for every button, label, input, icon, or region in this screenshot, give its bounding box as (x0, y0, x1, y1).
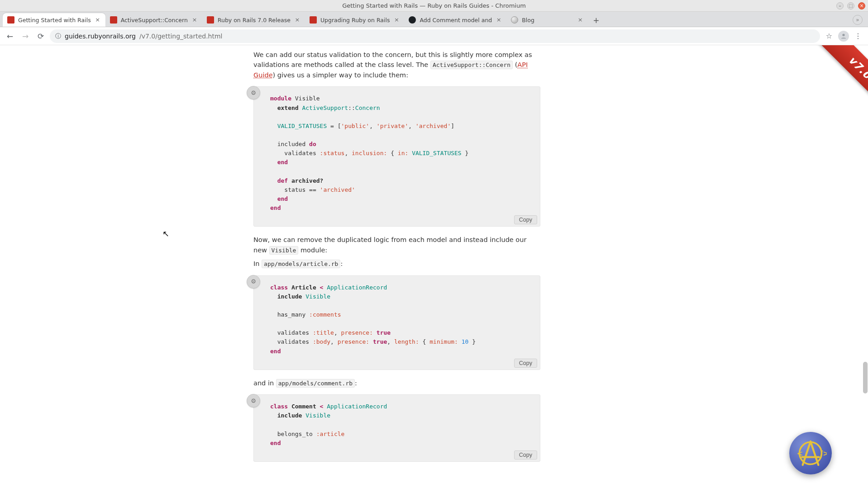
code: module Visible extend ActiveSupport::Con… (270, 94, 532, 213)
window-maximize-button[interactable]: ⬚ (847, 2, 854, 9)
window-minimize-button[interactable]: – (836, 2, 844, 9)
url-path: /v7.0/getting_started.html (139, 33, 223, 40)
tab-title: Getting Started with Rails (18, 17, 91, 24)
tab-close-button[interactable]: × (191, 17, 198, 23)
text: ) gives us a simpler way to include them… (273, 71, 409, 79)
rails-favicon-icon (7, 16, 14, 24)
tab-github-add-comment[interactable]: Add Comment model and × (404, 13, 506, 27)
github-favicon-icon (409, 16, 416, 24)
inline-code: app/models/comment.rb (276, 379, 355, 388)
inline-code: ActiveSupport::Concern (430, 61, 513, 69)
text: ( (513, 61, 517, 68)
address-bar[interactable]: ⓘ guides.rubyonrails.org/v7.0/getting_st… (50, 29, 820, 43)
rails-favicon-icon (110, 16, 117, 24)
window-titlebar: Getting Started with Rails — Ruby on Rai… (0, 0, 868, 12)
rails-favicon-icon (310, 16, 317, 24)
version-ribbon-label: v7.0.0 (808, 45, 868, 128)
svg-text:<: < (797, 449, 803, 458)
tab-getting-started[interactable]: Getting Started with Rails × (3, 13, 105, 27)
new-tab-button[interactable]: + (590, 14, 602, 27)
tab-close-button[interactable]: × (294, 17, 300, 23)
paragraph: Now, we can remove the duplicated logic … (253, 235, 540, 255)
copy-button[interactable]: Copy (514, 359, 537, 368)
mouse-cursor-icon: ↖ (162, 229, 169, 238)
site-info-icon[interactable]: ⓘ (55, 32, 61, 40)
text: : (355, 379, 357, 387)
gear-icon[interactable]: ⚙ (247, 275, 260, 289)
inline-code: Visible (269, 246, 299, 255)
code-block-visible-module: ⚙ module Visible extend ActiveSupport::C… (253, 86, 540, 227)
scrollbar-thumb[interactable] (863, 362, 868, 393)
paragraph: and in app/models/comment.rb: (253, 378, 540, 388)
paragraph: In app/models/article.rb: (253, 259, 540, 269)
article-body: We can add our status validation to the … (253, 45, 540, 488)
version-ribbon[interactable]: v7.0.0 (800, 45, 868, 113)
code: class Comment < ApplicationRecord includ… (270, 402, 532, 448)
gear-icon[interactable]: ⚙ (247, 394, 260, 407)
copy-button[interactable]: Copy (514, 450, 537, 460)
tab-blog[interactable]: Blog × (506, 13, 588, 27)
reload-button[interactable]: ⟳ (34, 30, 47, 43)
tab-title: Upgrading Ruby on Rails (320, 17, 390, 24)
tab-title: Add Comment model and (420, 17, 492, 24)
profile-avatar-button[interactable] (838, 31, 849, 42)
window-close-button[interactable]: × (858, 2, 865, 9)
floating-anarchy-button[interactable]: < /> (789, 432, 832, 474)
text: In (253, 260, 262, 267)
window-controls: – ⬚ × (836, 2, 865, 9)
rails-favicon-icon (207, 16, 214, 24)
inline-code: app/models/article.rb (262, 260, 340, 268)
tab-close-button[interactable]: × (496, 17, 502, 23)
forward-button[interactable]: → (19, 30, 32, 43)
tab-title: Blog (522, 17, 573, 24)
extensions-button[interactable]: » (853, 15, 863, 25)
text: module: (298, 246, 327, 254)
tab-rails-7-release[interactable]: Ruby on Rails 7.0 Release × (202, 13, 305, 27)
svg-text:/>: /> (820, 449, 827, 458)
kebab-menu-button[interactable]: ⋮ (852, 30, 864, 43)
paragraph: We can add our status validation to the … (253, 50, 540, 80)
tab-close-button[interactable]: × (577, 17, 583, 23)
tab-close-button[interactable]: × (393, 17, 400, 23)
text: : (340, 260, 343, 267)
code-block-comment-model: ⚙ class Comment < ApplicationRecord incl… (253, 394, 540, 462)
svg-point-0 (842, 33, 844, 36)
tab-strip: Getting Started with Rails × ActiveSuppo… (0, 12, 868, 27)
copy-button[interactable]: Copy (514, 215, 537, 224)
globe-favicon-icon (511, 16, 518, 24)
code-block-article-model: ⚙ class Article < ApplicationRecord incl… (253, 275, 540, 370)
code: class Article < ApplicationRecord includ… (270, 283, 532, 356)
tab-upgrading-rails[interactable]: Upgrading Ruby on Rails × (305, 13, 404, 27)
window-title: Getting Started with Rails — Ruby on Rai… (0, 2, 868, 9)
page-viewport: v7.0.0 We can add our status validation … (0, 45, 868, 488)
tab-title: Ruby on Rails 7.0 Release (218, 17, 291, 24)
tab-activesupport-concern[interactable]: ActiveSupport::Concern × (105, 13, 202, 27)
back-button[interactable]: ← (4, 30, 16, 43)
text: and in (253, 379, 276, 387)
tab-title: ActiveSupport::Concern (121, 17, 188, 24)
person-icon (840, 33, 847, 40)
browser-toolbar: ← → ⟳ ⓘ guides.rubyonrails.org/v7.0/gett… (0, 27, 868, 45)
bookmark-star-icon[interactable]: ☆ (823, 30, 835, 43)
anarchy-icon: < /> (794, 437, 827, 469)
gear-icon[interactable]: ⚙ (247, 86, 260, 99)
url-host: guides.rubyonrails.org (65, 33, 136, 40)
tab-close-button[interactable]: × (95, 17, 101, 23)
